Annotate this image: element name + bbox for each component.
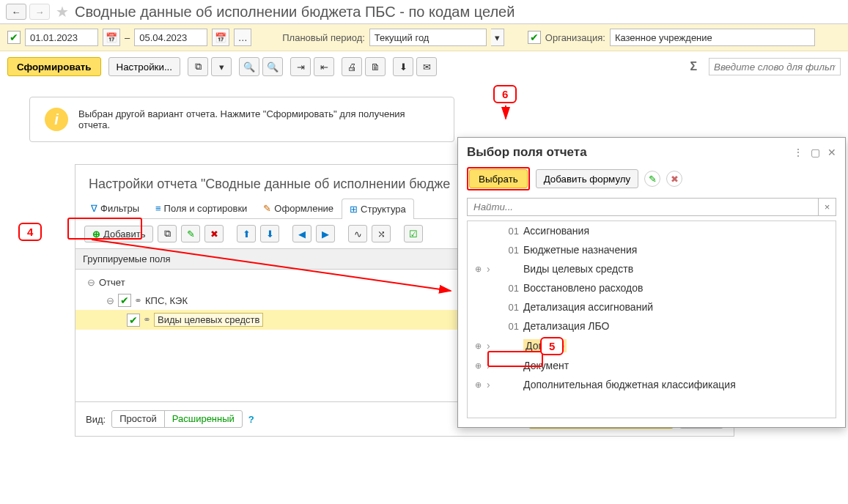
- save-icon[interactable]: ⬇: [393, 57, 413, 76]
- expand-plus-icon[interactable]: ⊕: [473, 361, 482, 371]
- field-code: 01: [500, 283, 519, 294]
- field-name: Детализация ассигнований: [523, 301, 653, 313]
- field-code: 01: [500, 245, 519, 256]
- info-icon: i: [45, 108, 68, 131]
- find-clear-icon[interactable]: 🔍: [262, 57, 283, 76]
- check-icon[interactable]: ☑: [404, 225, 423, 242]
- view-simple[interactable]: Простой: [112, 411, 165, 427]
- expand-icon[interactable]: ⇥: [290, 57, 311, 76]
- popup-search-clear-icon[interactable]: ×: [819, 198, 836, 216]
- field-row[interactable]: ⊕›Документ: [468, 356, 836, 375]
- date-to-calendar-icon[interactable]: 📅: [212, 29, 229, 46]
- expander-icon[interactable]: ⊖: [105, 295, 115, 306]
- move-down-icon[interactable]: ⬇: [260, 225, 279, 242]
- delete-formula-icon[interactable]: ✖: [666, 171, 682, 187]
- select-button[interactable]: Выбрать: [469, 169, 528, 188]
- date-from-calendar-icon[interactable]: 📅: [103, 29, 120, 46]
- expand-plus-icon[interactable]: ⊕: [473, 341, 482, 351]
- view-toggle[interactable]: Простой Расширенный: [111, 410, 243, 428]
- popup-close-icon[interactable]: ✕: [827, 147, 836, 158]
- field-code: 01: [500, 302, 519, 313]
- info-text: Выбран другой вариант отчета. Нажмите "С…: [78, 108, 439, 130]
- period-checkbox[interactable]: ✔: [7, 31, 21, 44]
- page-title: Сводные данные об исполнении бюджета ПБС…: [75, 4, 515, 21]
- generate-button[interactable]: Сформировать: [7, 57, 101, 76]
- email-icon[interactable]: ✉: [416, 57, 437, 76]
- field-row[interactable]: 01Ассигнования: [468, 221, 836, 240]
- field-name: Ассигнования: [523, 225, 589, 237]
- link-icon: ⚭: [134, 295, 142, 306]
- move-left-icon[interactable]: ◀: [292, 225, 311, 242]
- callout-4: 4: [18, 223, 42, 241]
- plan-period-dropdown-icon[interactable]: ▾: [491, 29, 504, 46]
- tab-design[interactable]: ✎Оформление: [255, 198, 342, 218]
- preview-icon[interactable]: 🗎: [365, 57, 386, 76]
- settings-button[interactable]: Настройки...: [108, 57, 180, 76]
- tab-fields[interactable]: ≡Поля и сортировки: [147, 198, 255, 218]
- move-up-icon[interactable]: ⬆: [237, 225, 256, 242]
- favorite-star-icon[interactable]: ★: [56, 3, 69, 21]
- field-code: 01: [500, 226, 519, 237]
- move-right-icon[interactable]: ▶: [316, 225, 335, 242]
- expand-plus-icon[interactable]: ⊕: [473, 264, 482, 274]
- popup-title: Выбор поля отчета: [467, 145, 793, 160]
- filter-input[interactable]: [709, 58, 841, 75]
- field-name: Виды целевых средств: [523, 263, 633, 275]
- print-icon[interactable]: 🖨: [342, 57, 362, 76]
- tab-structure[interactable]: ⊞Структура: [342, 199, 414, 219]
- chevron-right-icon: ›: [487, 360, 495, 371]
- copy-icon[interactable]: ⧉: [188, 57, 208, 76]
- field-row[interactable]: ⊕›Дополнительная бюджетная классификация: [468, 375, 836, 394]
- link-icon[interactable]: ∿: [348, 225, 367, 242]
- field-list[interactable]: 01Ассигнования01Бюджетные назначения⊕›Ви…: [467, 220, 836, 418]
- plan-period-value[interactable]: Текущий год: [369, 29, 487, 46]
- view-advanced[interactable]: Расширенный: [165, 411, 242, 427]
- popup-menu-icon[interactable]: ⋮: [793, 147, 803, 158]
- field-row[interactable]: ⊕›Виды целевых средств: [468, 259, 836, 278]
- popup-maximize-icon[interactable]: ▢: [811, 147, 820, 158]
- org-input[interactable]: Казенное учреждение: [610, 29, 815, 46]
- field-name: Дополнительная бюджетная классификация: [523, 379, 736, 390]
- org-label: Организация:: [545, 32, 605, 43]
- dropdown-icon[interactable]: ▾: [211, 57, 232, 76]
- callout-5: 5: [540, 337, 564, 355]
- expander-icon[interactable]: ⊖: [86, 277, 96, 288]
- find-icon[interactable]: 🔍: [239, 57, 259, 76]
- group-icon[interactable]: ⧉: [158, 225, 177, 242]
- field-row[interactable]: ⊕›Договор: [468, 336, 836, 356]
- period-picker-button[interactable]: …: [234, 29, 251, 46]
- plan-period-label: Плановый период:: [282, 32, 365, 43]
- popup-search-input[interactable]: [467, 198, 819, 216]
- date-from-input[interactable]: 01.01.2023: [25, 29, 98, 46]
- row-checkbox[interactable]: ✔: [127, 314, 140, 327]
- popup-header: Выбор поля отчета ⋮ ▢ ✕: [458, 138, 845, 167]
- row-checkbox[interactable]: ✔: [118, 294, 131, 307]
- add-formula-button[interactable]: Добавить формулу: [536, 169, 639, 188]
- field-name: Детализация ЛБО: [523, 320, 609, 332]
- add-button[interactable]: ⊕Добавить: [84, 226, 153, 242]
- main-toolbar: Сформировать Настройки... ⧉ ▾ 🔍 🔍 ⇥ ⇤ 🖨 …: [0, 51, 848, 82]
- edit-formula-icon[interactable]: ✎: [644, 171, 660, 187]
- collapse-icon[interactable]: ⇤: [314, 57, 334, 76]
- field-row[interactable]: 01Восстановлено расходов: [468, 278, 836, 297]
- unlink-icon[interactable]: ⤭: [372, 225, 391, 242]
- field-row[interactable]: 01Бюджетные назначения: [468, 240, 836, 259]
- expand-plus-icon[interactable]: ⊕: [473, 380, 482, 390]
- help-icon[interactable]: ?: [248, 414, 254, 425]
- nav-forward-button[interactable]: →: [29, 4, 50, 20]
- org-checkbox[interactable]: ✔: [528, 31, 541, 44]
- field-code: 01: [500, 321, 519, 332]
- delete-icon[interactable]: ✖: [204, 225, 224, 242]
- sigma-icon[interactable]: Σ: [690, 60, 697, 73]
- date-to-input[interactable]: 05.04.2023: [134, 29, 207, 46]
- field-row[interactable]: 01Детализация ЛБО: [468, 316, 836, 336]
- chevron-right-icon: ›: [487, 340, 495, 352]
- view-label: Вид:: [86, 414, 106, 425]
- edit-icon[interactable]: ✎: [181, 225, 200, 242]
- tab-filters[interactable]: ∇Фильтры: [83, 198, 147, 218]
- link-icon: ⚭: [143, 314, 151, 325]
- chevron-right-icon: ›: [487, 379, 495, 390]
- nav-back-button[interactable]: ←: [6, 4, 26, 20]
- field-row[interactable]: 01Детализация ассигнований: [468, 297, 836, 316]
- popup-toolbar: Выбрать Добавить формулу ✎ ✖: [458, 167, 845, 198]
